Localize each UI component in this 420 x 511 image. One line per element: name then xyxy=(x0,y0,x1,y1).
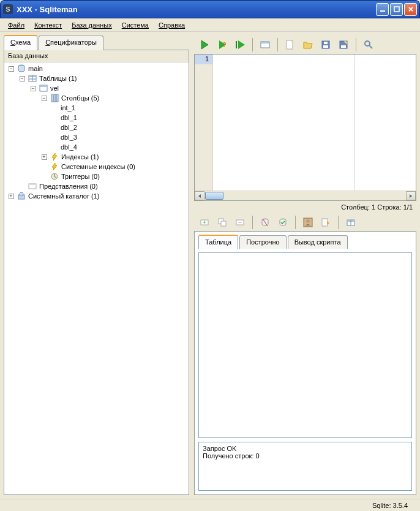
expander-icon[interactable]: − xyxy=(31,86,36,91)
svg-text:+: + xyxy=(203,218,206,225)
maximize-button[interactable] xyxy=(390,3,403,16)
tree-node-views[interactable]: Представления (0) xyxy=(6,181,187,191)
truncate-button[interactable] xyxy=(257,214,273,230)
expander-icon[interactable]: + xyxy=(9,194,14,199)
svg-rect-18 xyxy=(236,41,237,48)
svg-point-27 xyxy=(365,41,370,46)
svg-point-39 xyxy=(306,219,310,223)
tree-node-column[interactable]: dbl_4 xyxy=(6,142,187,152)
tree-node-triggers[interactable]: Триггеры (0) xyxy=(6,172,187,181)
tree-header: База данных xyxy=(4,50,189,62)
copy-row-button[interactable] xyxy=(214,214,230,230)
table-icon xyxy=(28,74,37,83)
left-pane: Схема Спецификаторы База данных − main −… xyxy=(0,32,193,499)
add-row-button[interactable]: + xyxy=(197,214,212,230)
catalog-icon xyxy=(17,191,26,201)
sql-editor-frame: 1 xyxy=(194,54,416,201)
tab-table[interactable]: Таблица xyxy=(198,235,238,249)
line-number: 1 xyxy=(195,55,212,64)
columns-icon xyxy=(50,93,59,103)
menu-help[interactable]: Справка xyxy=(154,20,189,30)
save-as-button[interactable] xyxy=(336,37,351,53)
run-button[interactable] xyxy=(197,37,212,53)
table-icon xyxy=(39,83,48,93)
log-line: Запрос OK xyxy=(203,445,408,452)
trigger-icon xyxy=(50,172,59,181)
menu-file[interactable]: Файл xyxy=(4,20,29,30)
result-frame: Таблица Построчно Вывод скрипта Запрос O… xyxy=(194,231,416,495)
tree-node-vel[interactable]: − vel xyxy=(6,83,187,93)
database-icon xyxy=(17,64,26,74)
tree-node-column[interactable]: int_1 xyxy=(6,103,187,113)
tree-node-sys-catalog[interactable]: + Системный каталог (1) xyxy=(6,191,187,201)
export-button[interactable] xyxy=(318,214,334,230)
svg-rect-0 xyxy=(380,10,385,12)
snapshot-button[interactable] xyxy=(343,214,359,230)
sql-editor[interactable] xyxy=(213,55,416,191)
tab-row[interactable]: Построчно xyxy=(239,235,286,249)
result-content[interactable] xyxy=(198,252,412,438)
svg-rect-32 xyxy=(221,221,226,226)
svg-rect-23 xyxy=(323,45,328,48)
svg-rect-10 xyxy=(54,94,56,102)
result-tabs: Таблица Построчно Вывод скрипта xyxy=(198,235,412,249)
delete-row-button[interactable]: − xyxy=(232,214,248,230)
tree-node-columns[interactable]: − Столбцы (5) xyxy=(6,93,187,103)
tree-node-column[interactable]: dbl_1 xyxy=(6,113,187,123)
expander-icon[interactable]: − xyxy=(42,96,47,101)
open-file-button[interactable] xyxy=(300,37,316,53)
expander-icon[interactable]: − xyxy=(20,76,25,81)
view-icon xyxy=(28,181,37,191)
horizontal-scrollbar[interactable] xyxy=(195,191,416,200)
schema-tree: База данных − main − Таблицы (1) xyxy=(4,50,189,495)
scroll-thumb[interactable] xyxy=(205,192,223,200)
svg-rect-20 xyxy=(261,42,269,44)
blob-preview-button[interactable] xyxy=(300,214,316,230)
sqlite-version: Sqlite: 3.5.4 xyxy=(372,502,408,509)
log-line: Получено строк: 0 xyxy=(203,452,408,460)
close-button[interactable] xyxy=(404,3,417,16)
tree-node-main[interactable]: − main xyxy=(6,64,187,74)
new-file-button[interactable] xyxy=(282,37,298,53)
menu-database[interactable]: База данных xyxy=(67,20,116,30)
svg-rect-24 xyxy=(324,42,328,44)
svg-rect-1 xyxy=(394,7,399,12)
tree-node-column[interactable]: dbl_3 xyxy=(6,132,187,142)
log-output[interactable]: Запрос OK Получено строк: 0 xyxy=(198,442,412,491)
explain-button[interactable]: ? xyxy=(214,37,230,53)
save-file-button[interactable] xyxy=(318,37,334,53)
tree-node-tables[interactable]: − Таблицы (1) xyxy=(6,74,187,83)
tree-body[interactable]: − main − Таблицы (1) − vel xyxy=(4,62,189,494)
scroll-left-icon[interactable] xyxy=(195,191,204,200)
expander-icon[interactable]: + xyxy=(42,154,47,160)
svg-point-16 xyxy=(20,192,23,196)
menu-context[interactable]: Контекст xyxy=(30,20,66,30)
right-pane: ? 1 xyxy=(193,32,420,499)
svg-text:?: ? xyxy=(222,41,227,48)
schema-tabs: Схема Спецификаторы xyxy=(4,36,189,50)
svg-rect-11 xyxy=(56,94,58,102)
svg-rect-26 xyxy=(341,45,346,48)
minimize-button[interactable] xyxy=(376,3,389,16)
lightning-icon xyxy=(50,152,59,162)
scroll-right-icon[interactable] xyxy=(406,191,416,200)
menubar: Файл Контекст База данных Система Справк… xyxy=(0,18,420,32)
commit-button[interactable] xyxy=(275,214,291,230)
search-button[interactable] xyxy=(361,37,377,53)
tab-pragmas[interactable]: Спецификаторы xyxy=(39,36,103,50)
tab-script[interactable]: Вывод скрипта xyxy=(288,235,348,249)
tree-node-sys-indexes[interactable]: Системные индексы (0) xyxy=(6,162,187,172)
tab-schema[interactable]: Схема xyxy=(4,35,37,50)
window-controls xyxy=(376,3,417,16)
statusbar: Sqlite: 3.5.4 xyxy=(0,499,420,511)
svg-rect-9 xyxy=(51,94,53,102)
expander-icon[interactable]: − xyxy=(9,66,14,72)
run-all-button[interactable] xyxy=(232,37,248,53)
tree-node-indexes[interactable]: + Индексы (1) xyxy=(6,152,187,162)
svg-rect-40 xyxy=(322,219,328,226)
menu-system[interactable]: Система xyxy=(118,20,153,30)
titlebar: S XXX - Sqliteman xyxy=(0,0,420,18)
tree-node-column[interactable]: dbl_2 xyxy=(6,123,187,132)
window-title: XXX - Sqliteman xyxy=(17,5,376,14)
create-view-button[interactable] xyxy=(257,37,273,53)
